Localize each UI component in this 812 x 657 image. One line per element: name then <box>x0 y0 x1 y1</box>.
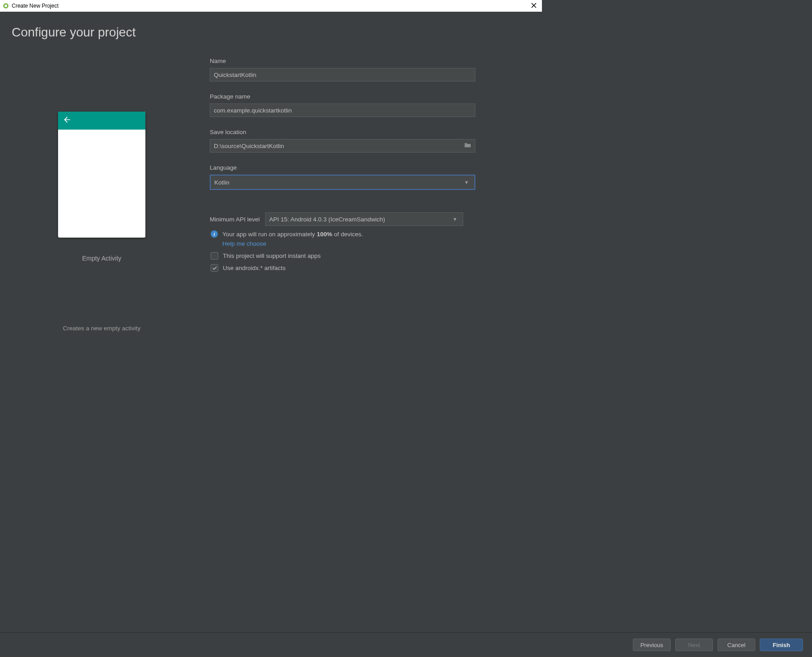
info-icon: i <box>211 230 218 238</box>
instant-apps-checkbox[interactable] <box>211 252 218 260</box>
location-label: Save location <box>210 129 485 135</box>
phone-preview <box>58 112 145 238</box>
api-select[interactable]: API 15: Android 4.0.3 (IceCreamSandwich)… <box>265 212 463 226</box>
help-me-choose-link[interactable]: Help me choose <box>222 240 266 247</box>
close-icon[interactable] <box>528 2 539 10</box>
template-description: Creates a new empty activity <box>63 325 141 332</box>
back-arrow-icon <box>63 115 72 126</box>
api-value: API 15: Android 4.0.3 (IceCreamSandwich) <box>269 216 385 223</box>
svg-point-1 <box>5 4 7 7</box>
page-title: Configure your project <box>12 25 530 40</box>
location-input[interactable] <box>210 143 460 149</box>
titlebar: Create New Project <box>0 0 542 12</box>
chevron-down-icon: ▼ <box>452 216 459 222</box>
language-value: Kotlin <box>214 179 230 186</box>
main-panel: Configure your project Empty Activity Cr… <box>0 12 542 413</box>
folder-icon[interactable] <box>460 142 475 150</box>
instant-apps-label: This project will support instant apps <box>223 252 321 259</box>
chevron-down-icon: ▼ <box>464 180 471 185</box>
device-coverage-text: Your app will run on approximately 100% … <box>222 231 363 238</box>
package-label: Package name <box>210 93 485 100</box>
name-label: Name <box>210 58 485 64</box>
name-input[interactable] <box>210 68 475 81</box>
form-column: Name Package name Save location Language <box>210 58 530 332</box>
package-input[interactable] <box>210 104 475 117</box>
androidx-checkbox[interactable] <box>211 264 218 272</box>
language-label: Language <box>210 164 485 171</box>
androidx-label: Use androidx.* artifacts <box>223 265 286 271</box>
template-name: Empty Activity <box>82 255 121 262</box>
preview-column: Empty Activity Creates a new empty activ… <box>12 58 192 332</box>
app-icon <box>3 3 9 9</box>
api-label: Minimum API level <box>210 216 260 223</box>
language-select[interactable]: Kotlin ▼ <box>210 175 475 190</box>
window-title: Create New Project <box>12 3 59 9</box>
